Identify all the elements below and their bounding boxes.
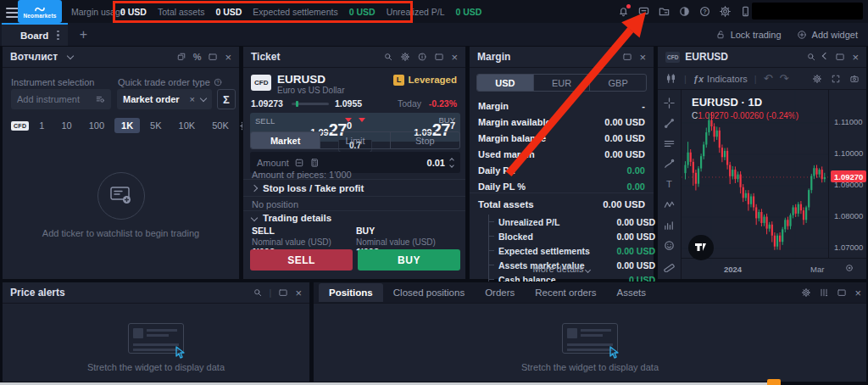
gear-icon[interactable] <box>801 287 811 298</box>
close-icon[interactable]: × <box>854 287 861 299</box>
brush-icon[interactable] <box>663 158 676 170</box>
tab-recent-orders[interactable]: Recent orders <box>525 283 606 302</box>
watchlist-dropdown-icon[interactable] <box>67 52 74 59</box>
sl-tp-expander[interactable]: Stop loss / Take profit <box>252 183 364 193</box>
add-instrument-field[interactable] <box>11 89 111 109</box>
size-button-1[interactable]: 1 <box>32 118 51 133</box>
info-icon[interactable] <box>417 52 427 62</box>
clear-order-type-icon[interactable]: × <box>190 95 195 104</box>
tab-market[interactable]: Market <box>251 132 320 148</box>
crosshair-icon[interactable] <box>663 97 676 109</box>
tradingview-logo[interactable] <box>688 235 714 260</box>
chart-cfd-badge: CFD <box>665 52 680 63</box>
size-button-1k[interactable]: 1K <box>114 118 140 133</box>
redo-icon[interactable]: ↷ <box>780 72 789 85</box>
percent-toggle-icon[interactable]: % <box>193 52 202 62</box>
positions-tab-bar: Positions Closed positions Orders Recent… <box>314 282 866 304</box>
add-board-button[interactable]: + <box>80 27 87 42</box>
columns-icon[interactable] <box>819 287 829 298</box>
indicators-button[interactable]: ƒxIndicators <box>693 74 748 84</box>
notifications-button[interactable] <box>617 5 630 18</box>
size-button-10k[interactable]: 10K <box>172 118 203 133</box>
close-icon[interactable]: × <box>295 287 302 299</box>
close-icon[interactable]: × <box>852 52 859 63</box>
more-details-link[interactable]: More details <box>470 264 654 274</box>
chat-icon[interactable] <box>637 5 650 18</box>
tab-eur[interactable]: EUR <box>534 75 591 91</box>
watchlist-panel: Вотчлист % × Instrument selection Quick … <box>2 46 240 280</box>
details-buy-col-header: BUY <box>356 226 375 236</box>
settings-gear-icon[interactable] <box>719 5 732 18</box>
amount-stepper[interactable] <box>450 159 453 167</box>
close-icon[interactable]: × <box>225 52 231 63</box>
sigma-summary-button[interactable]: Σ <box>217 89 236 109</box>
board-tab-menu-icon[interactable] <box>57 31 59 41</box>
neomarkets-logo[interactable]: Neomarkets <box>18 0 62 23</box>
calculator-icon[interactable] <box>309 158 320 168</box>
tab-closed-positions[interactable]: Closed positions <box>383 283 475 302</box>
folder-icon[interactable] <box>658 5 670 18</box>
emoji-icon[interactable] <box>663 239 676 252</box>
tab-usd[interactable]: USD <box>477 75 534 91</box>
lines-icon[interactable] <box>663 137 676 150</box>
instrument-list-settings-icon[interactable] <box>95 94 105 104</box>
maximize-icon[interactable] <box>434 52 444 62</box>
search-icon[interactable] <box>383 52 393 62</box>
size-button-50k[interactable]: 50K <box>205 118 236 133</box>
text-tool-icon[interactable]: T <box>663 178 676 191</box>
undo-icon[interactable]: ↶ <box>764 72 773 85</box>
xabcd-pattern-icon[interactable] <box>663 198 676 211</box>
forecast-icon[interactable] <box>663 219 676 232</box>
order-type-select[interactable]: Market order × <box>117 89 212 109</box>
maximize-icon[interactable] <box>835 52 845 62</box>
tab-positions[interactable]: Positions <box>319 283 383 302</box>
help-icon[interactable]: ? <box>698 5 711 18</box>
add-widget-button[interactable]: Add widget <box>797 30 858 40</box>
maximize-icon[interactable] <box>208 52 218 62</box>
size-button-10[interactable]: 10 <box>54 118 78 133</box>
mobile-app-icon[interactable] <box>739 5 752 18</box>
positions-panel: Positions Closed positions Orders Recent… <box>313 282 867 382</box>
candles-style-icon[interactable] <box>665 72 677 85</box>
add-instrument-input[interactable] <box>17 94 89 104</box>
size-button-100[interactable]: 100 <box>82 118 111 133</box>
tab-limit[interactable]: Limit <box>320 132 390 148</box>
trading-details-expander[interactable]: Trading details <box>252 213 331 223</box>
theme-contrast-icon[interactable] <box>678 5 691 18</box>
margin-panel: Margin × USD EUR GBP Margin- Margin avai… <box>469 46 654 280</box>
tab-stop[interactable]: Stop <box>391 132 459 148</box>
go-to-realtime-icon[interactable] <box>844 263 854 273</box>
maximize-icon[interactable] <box>278 287 288 298</box>
price-axis[interactable]: 1.11000 1.10000 1.09000 1.08000 1.07000 … <box>828 90 866 258</box>
tab-assets[interactable]: Assets <box>607 283 657 302</box>
gear-icon[interactable] <box>400 52 410 62</box>
tab-orders[interactable]: Orders <box>475 283 525 302</box>
maximize-icon[interactable] <box>837 287 847 298</box>
order-type-value: Market order <box>123 94 180 104</box>
close-icon[interactable]: × <box>639 52 646 63</box>
search-icon[interactable] <box>253 287 263 298</box>
chat-widget-button[interactable] <box>767 379 781 385</box>
total-assets-row: Total assets0.00 USD <box>470 196 654 212</box>
tab-board[interactable]: Board <box>2 23 68 46</box>
time-axis[interactable]: 2024 Mar <box>682 258 866 279</box>
buy-button[interactable]: BUY <box>358 249 460 271</box>
lock-trading-button[interactable]: Lock trading <box>715 30 782 40</box>
search-icon[interactable] <box>806 52 816 62</box>
minus-square-icon[interactable] <box>294 158 304 168</box>
sell-button[interactable]: SELL <box>250 249 353 271</box>
size-button-5k[interactable]: 5K <box>143 118 168 133</box>
maximize-icon[interactable] <box>622 52 632 62</box>
margin-row: Daily PL0.00 <box>470 162 654 178</box>
chart-settings-gear-icon[interactable] <box>812 74 822 84</box>
ruler-icon[interactable] <box>663 259 676 272</box>
close-icon[interactable]: × <box>451 52 458 63</box>
help-circle-icon[interactable]: ? <box>214 78 222 86</box>
tab-gbp[interactable]: GBP <box>590 75 646 91</box>
collapse-left-icon[interactable] <box>822 52 829 59</box>
camera-icon[interactable] <box>849 74 860 84</box>
hamburger-menu-icon[interactable] <box>6 5 19 20</box>
trendline-icon[interactable] <box>663 117 676 130</box>
popout-icon[interactable] <box>176 52 186 62</box>
fullscreen-icon[interactable] <box>831 74 841 84</box>
